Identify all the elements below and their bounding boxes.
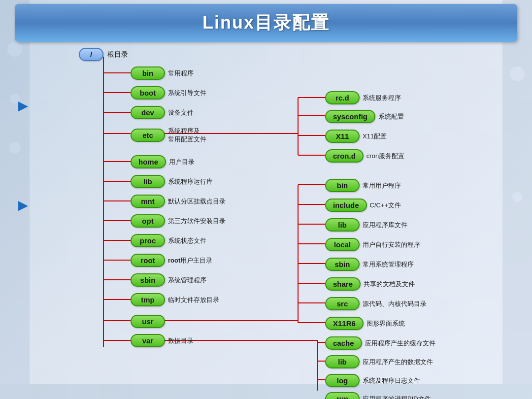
page-title: Linux目录配置 <box>15 11 517 35</box>
svg-point-3 <box>7 42 22 57</box>
var-pill: var <box>131 334 165 347</box>
sbin-label: 系统管理程序 <box>168 276 206 285</box>
var-lib-label: 应用程序产生的数据文件 <box>363 358 433 366</box>
dir-var-run: run 应用程序的进程PID文件 <box>325 392 431 399</box>
dev-label: 设备文件 <box>168 108 194 117</box>
usr-src-label: 源代码、内核代码目录 <box>363 299 427 308</box>
crond-pill: cron.d <box>325 149 364 163</box>
dir-usr-share: share 共享的文档及文件 <box>325 277 415 291</box>
sysconfig-label: 系统配置 <box>378 112 404 121</box>
boot-pill: boot <box>131 86 165 100</box>
lib-pill: lib <box>131 175 165 188</box>
root-dir-label: root用户主目录 <box>168 256 212 265</box>
arrow-indicator-1: ▶ <box>18 99 27 113</box>
svg-point-6 <box>510 66 525 81</box>
dir-var: var 数据目录 <box>131 334 194 347</box>
dir-dev: dev 设备文件 <box>131 106 194 119</box>
opt-pill: opt <box>131 214 165 228</box>
usr-include-pill: include <box>325 199 367 212</box>
header: Linux目录配置 <box>15 4 517 42</box>
usr-sbin-pill: sbin <box>325 258 360 271</box>
dir-mnt: mnt 默认分区挂载点目录 <box>131 195 226 208</box>
usr-local-label: 用户自行安装的程序 <box>363 240 420 249</box>
bin-label: 常用程序 <box>168 69 194 78</box>
var-label: 数据目录 <box>168 336 194 345</box>
usr-share-pill: share <box>325 277 361 291</box>
home-label: 用户目录 <box>169 158 195 166</box>
usr-x11r6-label: 图形界面系统 <box>366 319 405 328</box>
dir-var-lib: lib 应用程序产生的数据文件 <box>325 355 433 368</box>
usr-pill: usr <box>131 315 165 328</box>
home-pill: home <box>131 155 166 168</box>
lib-label: 系统程序运行库 <box>168 177 213 186</box>
mnt-label: 默认分区挂载点目录 <box>168 197 226 206</box>
dir-usr-lib: lib 应用程序库文件 <box>325 218 407 232</box>
dir-rcd: rc.d 系统服务程序 <box>325 91 401 104</box>
usr-lib-pill: lib <box>325 218 360 232</box>
rcd-label: 系统服务程序 <box>363 94 401 102</box>
x11-pill: X11 <box>325 130 360 143</box>
var-cache-label: 应用程序产生的缓存文件 <box>365 339 435 348</box>
dir-lib: lib 系统程序运行库 <box>131 175 213 188</box>
dir-crond: cron.d cron服务配置 <box>325 149 404 163</box>
tmp-label: 临时文件存放目录 <box>168 296 219 304</box>
dir-usr: usr <box>131 315 165 328</box>
opt-label: 第三方软件安装目录 <box>168 217 226 226</box>
boot-label: 系统引导文件 <box>168 89 206 98</box>
var-log-label: 系统及程序日志文件 <box>363 376 420 385</box>
dir-sbin: sbin 系统管理程序 <box>131 273 206 287</box>
usr-include-label: C/C++文件 <box>370 201 401 210</box>
bin-pill: bin <box>131 66 165 80</box>
usr-src-pill: src <box>325 297 360 310</box>
x11-label: X11配置 <box>363 132 387 141</box>
var-run-pill: run <box>325 392 360 399</box>
mnt-pill: mnt <box>131 195 165 208</box>
crond-label: cron服务配置 <box>366 152 404 161</box>
dir-usr-x11r6: X11R6 图形界面系统 <box>325 317 405 330</box>
usr-share-label: 共享的文档及文件 <box>364 280 415 289</box>
dir-boot: boot 系统引导文件 <box>131 86 206 100</box>
sbin-pill: sbin <box>131 273 165 287</box>
root-node: / 根目录 <box>79 48 128 61</box>
usr-bin-label: 常用用户程序 <box>363 181 401 190</box>
svg-point-7 <box>512 192 522 202</box>
usr-lib-label: 应用程序库文件 <box>363 221 407 230</box>
dir-bin: bin 常用程序 <box>131 66 194 80</box>
root-dir-pill: root <box>131 254 165 267</box>
dir-var-cache: cache 应用程序产生的缓存文件 <box>325 336 435 350</box>
dir-opt: opt 第三方软件安装目录 <box>131 214 226 228</box>
root-pill: / <box>79 48 103 61</box>
svg-point-5 <box>9 142 21 154</box>
dir-root: root root用户主目录 <box>131 254 212 267</box>
dir-usr-src: src 源代码、内核代码目录 <box>325 297 427 310</box>
dir-tmp: tmp 临时文件存放目录 <box>131 293 219 306</box>
dir-etc: etc 系统程序及常用配置文件 <box>131 127 206 144</box>
arrow-indicator-2: ▶ <box>18 199 27 212</box>
etc-label: 系统程序及常用配置文件 <box>168 127 206 144</box>
var-cache-pill: cache <box>325 336 362 350</box>
svg-rect-2 <box>0 384 532 399</box>
var-run-label: 应用程序的进程PID文件 <box>363 395 431 399</box>
dir-x11: X11 X11配置 <box>325 130 387 143</box>
sysconfig-pill: sysconfig <box>325 110 375 123</box>
usr-local-pill: local <box>325 238 360 251</box>
usr-sbin-label: 常用系统管理程序 <box>363 260 414 269</box>
dir-usr-local: local 用户自行安装的程序 <box>325 238 420 251</box>
dir-usr-bin: bin 常用用户程序 <box>325 179 401 192</box>
dir-sysconfig: sysconfig 系统配置 <box>325 110 404 123</box>
usr-bin-pill: bin <box>325 179 360 192</box>
var-lib-pill: lib <box>325 355 360 368</box>
var-log-pill: log <box>325 374 360 387</box>
usr-x11r6-pill: X11R6 <box>325 317 364 330</box>
dir-var-log: log 系统及程序日志文件 <box>325 374 420 387</box>
dir-home: home 用户目录 <box>131 155 195 168</box>
tmp-pill: tmp <box>131 293 165 306</box>
root-label: 根目录 <box>107 50 128 59</box>
dir-usr-sbin: sbin 常用系统管理程序 <box>325 258 414 271</box>
dev-pill: dev <box>131 106 165 119</box>
dir-proc: proc 系统状态文件 <box>131 234 206 247</box>
etc-pill: etc <box>131 129 165 142</box>
proc-label: 系统状态文件 <box>168 236 206 245</box>
dir-usr-include: include C/C++文件 <box>325 199 401 212</box>
proc-pill: proc <box>131 234 165 247</box>
